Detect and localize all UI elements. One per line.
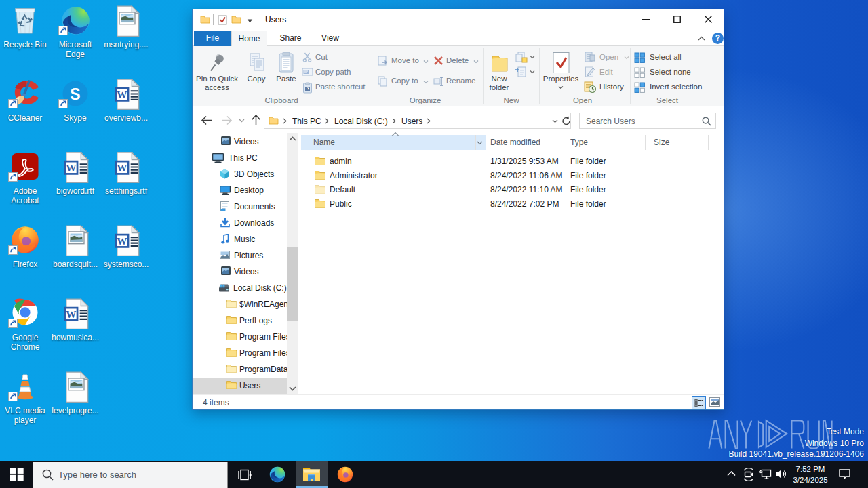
svg-text:S: S xyxy=(70,85,80,103)
